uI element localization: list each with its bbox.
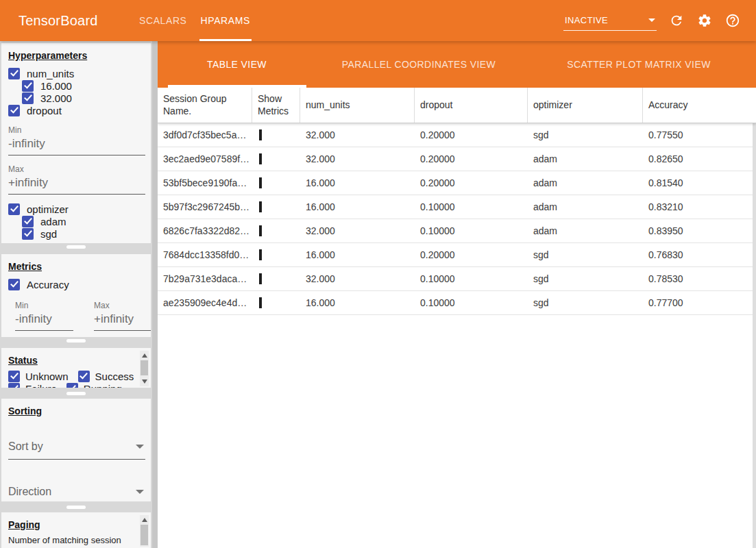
direction-dropdown[interactable]: Direction	[8, 484, 145, 501]
gear-icon[interactable]	[696, 12, 713, 29]
paging-scrollbar[interactable]	[140, 515, 149, 547]
cell-optimizer: sgd	[528, 249, 643, 260]
hparam-num-units[interactable]: num_units	[8, 67, 144, 79]
hparam-optimizer-sgd[interactable]: sgd	[22, 227, 144, 240]
col-optimizer[interactable]: optimizer	[528, 88, 643, 123]
accuracy-min-input[interactable]: -infinity	[15, 310, 73, 331]
sidebar-scrollbar[interactable]	[152, 41, 158, 548]
accuracy-min-label: Min	[15, 301, 73, 310]
reload-icon[interactable]	[668, 12, 685, 29]
checkbox-checked-icon[interactable]	[8, 105, 20, 116]
show-metrics-checkbox[interactable]	[259, 273, 262, 284]
status-unknown[interactable]: Unknown	[8, 371, 69, 382]
cell-num-units: 16.000	[300, 249, 415, 260]
status-failure[interactable]: Failure	[8, 383, 57, 388]
cell-accuracy: 0.83210	[643, 201, 756, 212]
show-metrics-checkbox[interactable]	[259, 225, 262, 236]
section-resize-handle[interactable]	[66, 245, 86, 249]
col-num-units[interactable]: num_units	[300, 88, 415, 123]
accuracy-max-input[interactable]: +infinity	[94, 310, 151, 331]
cell-accuracy: 0.76830	[643, 249, 756, 260]
table-row: 7b29a731e3daca… 32.000 0.10000 sgd 0.785…	[158, 267, 756, 291]
cell-dropout: 0.10000	[415, 225, 528, 236]
section-hyperparameters: Hyperparameters num_units 16.000 32.000 …	[1, 43, 151, 243]
hparam-optimizer-adam[interactable]: adam	[22, 215, 144, 227]
hparam-num-units-16[interactable]: 16.000	[22, 79, 144, 92]
section-resize-handle[interactable]	[66, 392, 86, 395]
show-metrics-checkbox[interactable]	[259, 297, 262, 308]
section-metrics: Metrics Accuracy Min -infinity Max +infi…	[1, 254, 151, 337]
show-metrics-checkbox[interactable]	[259, 201, 262, 212]
scroll-up-icon[interactable]	[142, 518, 147, 522]
dropout-max-input[interactable]: +infinity	[8, 174, 145, 195]
scrollbar-thumb[interactable]	[141, 360, 148, 375]
status-success[interactable]: Success	[78, 371, 134, 382]
checkbox-checked-icon[interactable]	[66, 383, 78, 388]
checkbox-checked-icon[interactable]	[22, 216, 34, 227]
tab-table-view-label: TABLE VIEW	[207, 59, 267, 70]
checkbox-checked-icon[interactable]	[8, 68, 20, 79]
section-sorting: Sorting Sort by Direction	[1, 399, 151, 501]
cell-num-units: 32.000	[300, 153, 415, 164]
scroll-down-icon[interactable]	[142, 379, 147, 384]
checkbox-checked-icon[interactable]	[22, 92, 34, 104]
cell-dropout: 0.20000	[415, 129, 528, 140]
cell-session-id: 7684dcc13358fd0…	[158, 249, 252, 260]
show-metrics-checkbox[interactable]	[259, 153, 262, 164]
checkbox-checked-icon[interactable]	[22, 80, 34, 92]
cell-optimizer: sgd	[528, 297, 643, 308]
table-header: Session Group Name. Show Metrics num_uni…	[158, 88, 756, 123]
checkbox-checked-icon[interactable]	[8, 279, 20, 290]
checkbox-checked-icon[interactable]	[8, 383, 20, 388]
col-session-group-name[interactable]: Session Group Name.	[158, 88, 252, 123]
section-resize-handle[interactable]	[66, 339, 86, 342]
help-icon[interactable]	[724, 12, 741, 29]
col-show-metrics[interactable]: Show Metrics	[252, 88, 300, 123]
tab-parallel-coordinates-view[interactable]: PARALLEL COORDINATES VIEW	[316, 41, 522, 88]
show-metrics-checkbox[interactable]	[259, 249, 262, 260]
checkbox-checked-icon[interactable]	[78, 371, 90, 382]
paging-heading: Paging	[8, 519, 136, 530]
app-title: TensorBoard	[19, 13, 98, 29]
scroll-up-icon[interactable]	[142, 353, 147, 358]
checkbox-checked-icon[interactable]	[8, 371, 20, 382]
scrollbar-thumb[interactable]	[141, 525, 148, 545]
run-status-dropdown[interactable]: INACTIVE	[563, 15, 657, 31]
table-scrollbar[interactable]	[753, 88, 756, 548]
dropout-min-input[interactable]: -infinity	[8, 135, 145, 155]
status-running[interactable]: Running	[66, 383, 122, 388]
cell-optimizer: adam	[528, 225, 643, 236]
col-accuracy[interactable]: Accuracy	[643, 88, 756, 123]
metric-accuracy[interactable]: Accuracy	[8, 278, 144, 290]
tab-hparams[interactable]: HPARAMS	[194, 0, 257, 41]
tab-table-view[interactable]: TABLE VIEW	[158, 41, 316, 88]
cell-session-id: 6826c7fa3322d82…	[158, 225, 252, 236]
hyperparameters-heading: Hyperparameters	[8, 50, 144, 61]
show-metrics-checkbox[interactable]	[259, 177, 262, 188]
table-row: 5b97f3c2967245b… 16.000 0.10000 adam 0.8…	[158, 195, 756, 219]
table-row: 3ec2aed9e07589f… 32.000 0.20000 adam 0.8…	[158, 147, 756, 171]
table-row: ae235909ec4e4d… 16.000 0.10000 sgd 0.777…	[158, 291, 756, 315]
hparam-dropout[interactable]: dropout	[8, 104, 144, 116]
status-scrollbar[interactable]	[140, 351, 149, 386]
cell-optimizer: adam	[528, 177, 643, 188]
run-status-value: INACTIVE	[565, 15, 608, 25]
tab-scatter-plot-matrix-view[interactable]: SCATTER PLOT MATRIX VIEW	[522, 41, 756, 88]
hparam-num-units-32[interactable]: 32.000	[22, 92, 144, 104]
top-nav: SCALARS HPARAMS	[132, 0, 257, 41]
checkbox-checked-icon[interactable]	[22, 228, 34, 240]
show-metrics-checkbox[interactable]	[259, 129, 262, 140]
tab-scalars[interactable]: SCALARS	[132, 0, 194, 41]
section-status: Status Unknown Success Failure	[1, 348, 151, 388]
sort-by-placeholder: Sort by	[8, 440, 43, 453]
section-paging: Paging Number of matching session groups…	[1, 512, 151, 548]
checkbox-checked-icon[interactable]	[8, 203, 20, 215]
hparam-value-label: adam	[40, 216, 66, 227]
main-content: TABLE VIEW PARALLEL COORDINATES VIEW SCA…	[158, 41, 756, 548]
tab-scatter-plot-matrix-label: SCATTER PLOT MATRIX VIEW	[567, 59, 711, 70]
sort-by-dropdown[interactable]: Sort by	[8, 439, 145, 460]
section-resize-handle[interactable]	[66, 506, 86, 509]
hparam-optimizer[interactable]: optimizer	[8, 203, 144, 215]
col-dropout[interactable]: dropout	[415, 88, 528, 123]
cell-dropout: 0.20000	[415, 153, 528, 164]
